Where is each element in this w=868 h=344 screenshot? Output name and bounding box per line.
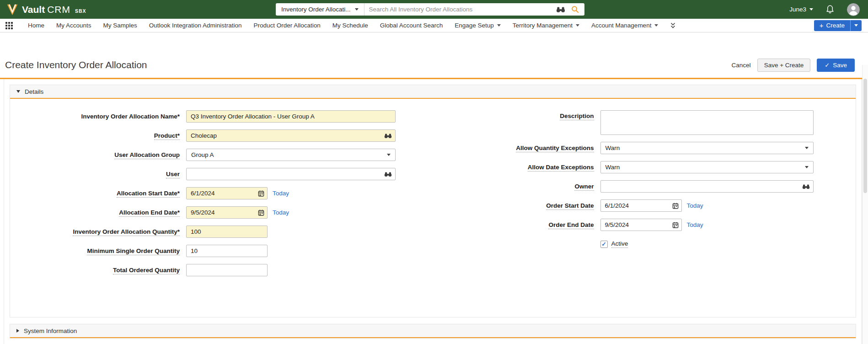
create-dropdown-button[interactable] bbox=[850, 20, 862, 31]
nav-tab-engage-setup[interactable]: Engage Setup bbox=[449, 22, 507, 29]
allocation-start-date-input[interactable] bbox=[186, 187, 268, 199]
field-row-order-end-date: Order End Date Today bbox=[433, 219, 856, 231]
calendar-icon[interactable] bbox=[258, 210, 264, 216]
search-icon[interactable] bbox=[571, 5, 579, 13]
binoculars-icon[interactable] bbox=[384, 172, 392, 177]
vertical-scrollbar bbox=[862, 65, 868, 344]
page-title: Create Inventory Order Allocation bbox=[5, 59, 147, 70]
nav-tab-my-accounts[interactable]: My Accounts bbox=[50, 22, 97, 29]
system-information-section-title: System Information bbox=[24, 328, 77, 334]
main-nav-bar: Home My Accounts My Samples Outlook Inte… bbox=[0, 19, 868, 32]
active-checkbox-label: Active bbox=[611, 240, 628, 248]
field-label: Description bbox=[433, 110, 600, 120]
details-section: Details Inventory Order Allocation Name*… bbox=[10, 85, 856, 317]
description-textarea[interactable] bbox=[600, 110, 814, 135]
allocation-start-today-link[interactable]: Today bbox=[273, 190, 289, 197]
global-search-bar: Inventory Order Allocati... bbox=[276, 3, 584, 16]
user-menu[interactable]: June3 bbox=[789, 6, 813, 13]
field-label: Order Start Date bbox=[433, 202, 600, 210]
field-row-allow-quantity-exceptions: Allow Quantity Exceptions Warn bbox=[433, 142, 856, 154]
advanced-search-binoculars-icon[interactable] bbox=[556, 6, 565, 13]
nav-tab-account-management[interactable]: Account Management bbox=[585, 22, 664, 29]
plus-icon: + bbox=[820, 22, 824, 28]
allow-quantity-exceptions-select[interactable]: Warn bbox=[600, 142, 814, 154]
field-label: Product* bbox=[10, 132, 186, 140]
order-end-date-input[interactable] bbox=[600, 219, 682, 231]
search-scope-selector[interactable]: Inventory Order Allocati... bbox=[276, 3, 364, 16]
check-icon: ✓ bbox=[825, 62, 830, 69]
field-row-product: Product* bbox=[10, 129, 433, 142]
user-input[interactable] bbox=[186, 168, 396, 180]
vault-v-icon bbox=[6, 4, 18, 16]
app-launcher-icon[interactable] bbox=[5, 22, 13, 29]
calendar-icon[interactable] bbox=[672, 203, 679, 209]
owner-input[interactable] bbox=[600, 180, 814, 193]
save-button-label: Save bbox=[833, 62, 847, 69]
details-section-header[interactable]: Details bbox=[10, 85, 856, 99]
create-button[interactable]: + Create bbox=[814, 20, 850, 31]
chevron-down-icon bbox=[355, 8, 359, 11]
order-end-today-link[interactable]: Today bbox=[687, 221, 703, 228]
product-input[interactable] bbox=[186, 129, 396, 142]
nav-tab-my-schedule[interactable]: My Schedule bbox=[327, 22, 374, 29]
field-label: Owner bbox=[433, 183, 600, 190]
more-tabs-chevrons-icon[interactable] bbox=[664, 22, 682, 29]
field-row-inventory-order-allocation-quantity: Inventory Order Allocation Quantity* bbox=[10, 226, 433, 238]
calendar-icon[interactable] bbox=[672, 222, 679, 228]
field-label: Order End Date bbox=[433, 221, 600, 229]
field-row-allocation-start-date: Allocation Start Date* Today bbox=[10, 187, 433, 199]
edit-form-panel: Details Inventory Order Allocation Name*… bbox=[4, 79, 862, 344]
save-button[interactable]: ✓ Save bbox=[817, 59, 855, 72]
nav-tab-territory-management[interactable]: Territory Management bbox=[507, 22, 585, 29]
field-label: Allocation End Date* bbox=[10, 209, 186, 216]
binoculars-icon[interactable] bbox=[802, 184, 810, 189]
minimum-single-order-quantity-input[interactable] bbox=[186, 245, 268, 257]
nav-tab-my-samples[interactable]: My Samples bbox=[97, 22, 143, 29]
chevron-down-icon bbox=[854, 24, 858, 27]
nav-tab-global-account-search[interactable]: Global Account Search bbox=[374, 22, 449, 29]
user-menu-label: June3 bbox=[789, 6, 806, 13]
chevron-down-icon bbox=[805, 166, 809, 168]
nav-tab-outlook-integration-administration[interactable]: Outlook Integration Administration bbox=[143, 22, 248, 29]
nav-tab-home[interactable]: Home bbox=[22, 22, 50, 29]
calendar-icon[interactable] bbox=[258, 190, 264, 197]
nav-tab-product-order-allocation[interactable]: Product Order Allocation bbox=[247, 22, 326, 29]
active-checkbox[interactable]: ✓ bbox=[600, 241, 608, 248]
field-row-description: Description bbox=[433, 110, 856, 135]
inventory-order-allocation-name-input[interactable] bbox=[186, 110, 396, 123]
check-icon: ✓ bbox=[601, 241, 606, 247]
total-ordered-quantity-input[interactable] bbox=[186, 264, 268, 276]
field-label: Inventory Order Allocation Name* bbox=[10, 113, 186, 120]
allocation-end-today-link[interactable]: Today bbox=[273, 209, 289, 216]
create-split-button: + Create bbox=[814, 20, 862, 31]
field-label: Allow Date Exceptions bbox=[433, 164, 600, 171]
scrollbar-thumb[interactable] bbox=[863, 79, 867, 193]
cancel-button[interactable]: Cancel bbox=[732, 62, 751, 69]
save-and-create-button[interactable]: Save + Create bbox=[757, 59, 811, 72]
field-row-user-allocation-group: User Allocation Group Group A bbox=[10, 149, 433, 161]
user-avatar[interactable] bbox=[847, 3, 860, 16]
details-section-title: Details bbox=[25, 88, 43, 95]
chevron-down-icon bbox=[654, 24, 658, 27]
triangle-right-icon bbox=[16, 329, 19, 333]
binoculars-icon[interactable] bbox=[384, 133, 392, 139]
notifications-bell-icon[interactable] bbox=[825, 5, 835, 14]
field-row-total-ordered-quantity: Total Ordered Quantity bbox=[10, 264, 433, 276]
field-label: User bbox=[10, 171, 186, 178]
field-label: Minimum Single Order Quantity bbox=[10, 247, 186, 255]
order-start-today-link[interactable]: Today bbox=[687, 202, 703, 209]
brand-name: Vault bbox=[22, 4, 45, 15]
allow-date-exceptions-select[interactable]: Warn bbox=[600, 161, 814, 173]
chevron-down-icon bbox=[497, 24, 501, 27]
field-row-owner: Owner bbox=[433, 180, 856, 193]
inventory-order-allocation-quantity-input[interactable] bbox=[186, 226, 268, 238]
allocation-end-date-input[interactable] bbox=[186, 206, 268, 219]
vault-crm-logo[interactable]: Vault CRM SBX bbox=[6, 4, 86, 16]
order-start-date-input[interactable] bbox=[600, 199, 682, 212]
user-allocation-group-select[interactable]: Group A bbox=[186, 149, 396, 161]
field-label: Allow Quantity Exceptions bbox=[433, 145, 600, 152]
system-information-section-header[interactable]: System Information bbox=[10, 324, 856, 338]
search-input[interactable] bbox=[364, 6, 556, 13]
chevron-down-icon bbox=[387, 154, 391, 156]
chevron-down-icon bbox=[576, 24, 579, 27]
